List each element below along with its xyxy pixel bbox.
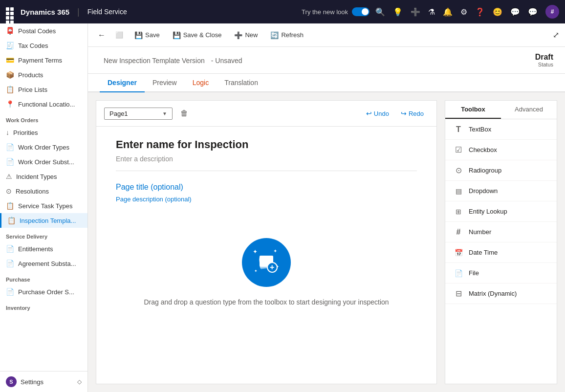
sidebar-item-tax-codes[interactable]: 🧾 Tax Codes: [0, 38, 87, 53]
bell-icon[interactable]: 🔔: [443, 7, 453, 17]
app-name: Dynamics 365: [21, 8, 69, 16]
page-title-optional[interactable]: Page title (optional): [116, 183, 417, 192]
textbox-icon: [453, 124, 464, 134]
user-avatar[interactable]: #: [545, 5, 559, 19]
sidebar: 📮 Postal Codes 🧾 Tax Codes 💳 Payment Ter…: [0, 23, 88, 392]
fullscreen-icon[interactable]: ⤢: [553, 30, 559, 40]
tab-translation[interactable]: Translation: [217, 74, 266, 92]
toolbox-item-radiogroup[interactable]: Radiogroup: [445, 160, 557, 181]
purchase-order-icon: 📄: [6, 288, 14, 296]
tab-preview[interactable]: Preview: [145, 74, 185, 92]
toolbox-item-date-time[interactable]: Date Time: [445, 242, 557, 263]
toolbox-item-entity-lookup[interactable]: Entity Lookup: [445, 201, 557, 222]
try-new-toggle[interactable]: [352, 7, 369, 16]
datetime-icon: [453, 247, 464, 258]
drop-zone-icon: ✦ ✦ ✦ ✦ +: [242, 238, 291, 287]
designer-workspace: Page1 ▼ 🗑 ↩ Undo ↪ Redo: [88, 92, 565, 392]
page-desc-optional[interactable]: Page description (optional): [116, 196, 417, 203]
entity-lookup-icon: [453, 206, 464, 217]
work-orders-section: Work Orders: [0, 111, 87, 125]
save-close-button[interactable]: 💾 Save & Close: [167, 28, 227, 42]
inspection-name-title[interactable]: Enter name for Inspection: [116, 138, 417, 151]
feedback-icon[interactable]: 💬: [510, 7, 520, 17]
canvas-content: Enter name for Inspection Enter a descri…: [96, 127, 436, 384]
sidebar-item-agreement-subst[interactable]: 📄 Agreement Substa...: [0, 256, 87, 271]
delete-page-button[interactable]: 🗑: [176, 107, 192, 120]
drop-zone: ✦ ✦ ✦ ✦ +: [116, 218, 417, 327]
back-button[interactable]: ←: [94, 28, 109, 42]
filter-icon[interactable]: ⚗: [428, 7, 435, 17]
incident-types-icon: ⚠: [6, 173, 12, 180]
toolbox-item-textbox[interactable]: TextBox: [445, 119, 557, 140]
toolbox-tab-toolbox[interactable]: Toolbox: [445, 101, 501, 119]
sidebar-item-postal-codes[interactable]: 📮 Postal Codes: [0, 23, 87, 38]
add-icon[interactable]: ➕: [411, 7, 420, 17]
refresh-icon: 🔄: [270, 31, 279, 39]
tab-designer[interactable]: Designer: [100, 74, 145, 92]
save-close-icon: 💾: [173, 31, 181, 39]
inspection-description[interactable]: Enter a description: [116, 155, 417, 171]
status-block: Draft Status: [535, 53, 553, 67]
content-area: ← ⬜ 💾 Save 💾 Save & Close ➕ New 🔄 Refres…: [88, 23, 565, 392]
status-value: Draft: [535, 53, 553, 62]
sidebar-item-resolutions[interactable]: ⊙ Resolutions: [0, 184, 87, 198]
page-header: New Inspection Template Version - Unsave…: [88, 47, 565, 74]
new-icon: ➕: [234, 31, 242, 39]
svg-text:✦: ✦: [254, 269, 258, 273]
sidebar-item-entitlements[interactable]: 📄 Entitlements: [0, 241, 87, 256]
sidebar-item-priorities[interactable]: ↓ Priorities: [0, 125, 87, 140]
agreement-subst-icon: 📄: [6, 260, 14, 267]
smiley-icon[interactable]: 😊: [493, 7, 502, 17]
nav-separator: |: [77, 7, 80, 17]
canvas-area: Page1 ▼ 🗑 ↩ Undo ↪ Redo: [96, 100, 437, 384]
sidebar-item-price-lists[interactable]: 📋 Price Lists: [0, 82, 87, 97]
toolbox-tab-advanced[interactable]: Advanced: [501, 101, 557, 119]
sidebar-item-purchase-order[interactable]: 📄 Purchase Order S...: [0, 284, 87, 299]
drop-zone-svg: ✦ ✦ ✦ ✦ +: [252, 248, 281, 277]
page-dropdown[interactable]: Page1 ▼: [104, 108, 173, 120]
new-button[interactable]: ➕ New: [229, 28, 263, 42]
sidebar-item-work-order-types[interactable]: 📄 Work Order Types: [0, 140, 87, 154]
undo-button[interactable]: ↩ Undo: [361, 108, 394, 119]
sidebar-item-functional-locations[interactable]: 📍 Functional Locatio...: [0, 97, 87, 111]
top-navigation: Dynamics 365 | Field Service Try the new…: [0, 0, 565, 23]
sidebar-item-products[interactable]: 📦 Products: [0, 67, 87, 82]
save-button[interactable]: 💾 Save: [129, 28, 165, 42]
checkbox-icon: [453, 145, 464, 155]
tab-logic[interactable]: Logic: [185, 74, 217, 92]
sidebar-bottom: S Settings ◇: [0, 371, 87, 392]
toolbox-item-number[interactable]: Number: [445, 222, 557, 242]
settings-icon[interactable]: ⚙: [460, 7, 467, 17]
toolbox-item-matrix-dynamic[interactable]: Matrix (Dynamic): [445, 283, 557, 304]
toolbox-items-list: TextBox Checkbox Radiogroup Dropdown: [445, 119, 557, 384]
refresh-button[interactable]: 🔄 Refresh: [265, 28, 309, 42]
status-label: Status: [535, 62, 553, 67]
app-grid-icon[interactable]: [6, 7, 15, 16]
redo-button[interactable]: ↪ Redo: [396, 108, 429, 119]
toolbox-item-file[interactable]: File: [445, 263, 557, 283]
sidebar-item-payment-terms[interactable]: 💳 Payment Terms: [0, 53, 87, 67]
sidebar-item-incident-types[interactable]: ⚠ Incident Types: [0, 169, 87, 184]
page-title: New Inspection Template Version - Unsave…: [100, 55, 242, 65]
radiogroup-icon: [453, 165, 464, 175]
save-icon: 💾: [134, 31, 143, 39]
sidebar-item-inspection-templates[interactable]: 📋 Inspection Templa...: [0, 213, 87, 228]
expand-button[interactable]: ⬜: [111, 29, 127, 41]
service-task-types-icon: 📋: [6, 202, 14, 210]
toolbox-item-dropdown[interactable]: Dropdown: [445, 181, 557, 201]
help-icon[interactable]: ❓: [475, 7, 485, 17]
inventory-section: Inventory: [0, 299, 87, 313]
toolbox-item-checkbox[interactable]: Checkbox: [445, 140, 557, 160]
lightbulb-icon[interactable]: 💡: [393, 7, 403, 17]
priorities-icon: ↓: [6, 129, 9, 136]
search-icon[interactable]: 🔍: [375, 7, 385, 17]
redo-icon: ↪: [401, 109, 407, 117]
settings-item[interactable]: S Settings ◇: [0, 371, 87, 392]
chat-icon[interactable]: 💬: [528, 7, 538, 17]
toolbox-panel: Toolbox Advanced TextBox Checkbox Radiog…: [445, 100, 557, 384]
sidebar-item-work-order-subst[interactable]: 📄 Work Order Subst...: [0, 154, 87, 169]
work-order-subst-icon: 📄: [6, 158, 14, 166]
undo-redo-controls: ↩ Undo ↪ Redo: [361, 108, 429, 119]
postal-codes-icon: 📮: [6, 27, 14, 35]
sidebar-item-service-task-types[interactable]: 📋 Service Task Types: [0, 198, 87, 213]
